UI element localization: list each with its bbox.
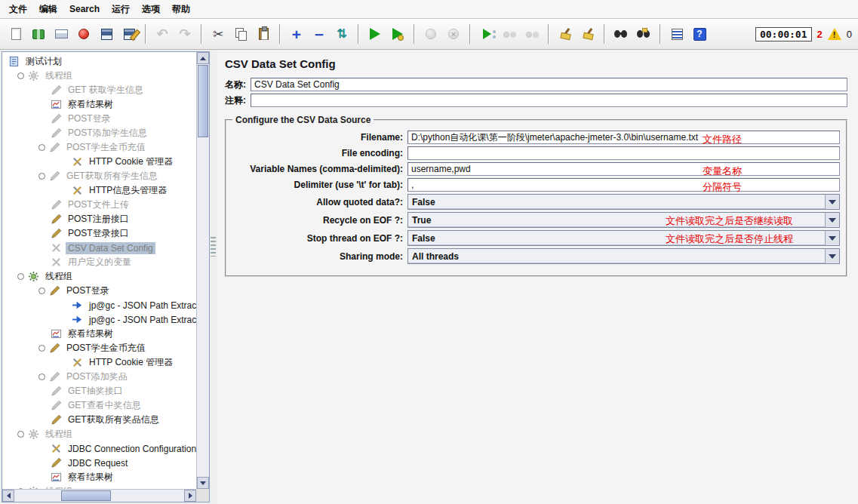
recycle-on-eof-select[interactable]: True (407, 212, 840, 228)
tree-toggle-icon[interactable] (38, 345, 45, 352)
variable-names-input[interactable] (407, 162, 840, 176)
log-warning-count[interactable]: 2 (817, 29, 823, 40)
tree-toggle-icon[interactable] (17, 72, 24, 79)
tree-node[interactable]: CSV Data Set Config (2, 241, 196, 255)
tree-node[interactable]: HTTP Cookie 管理器 (2, 355, 196, 370)
undo-button[interactable]: ↶ (152, 23, 173, 45)
shutdown-button[interactable]: × (443, 23, 464, 45)
comment-input[interactable] (251, 94, 847, 107)
tree-node[interactable]: 察看结果树 (2, 470, 196, 484)
tree-node[interactable]: 察看结果树 (2, 327, 196, 341)
horizontal-scroll-thumb[interactable] (61, 490, 111, 501)
tree-node[interactable]: 线程组 (2, 69, 196, 83)
tree-toggle-icon[interactable] (17, 273, 24, 280)
expand-all-button[interactable]: + (286, 23, 307, 45)
tree-node[interactable]: jp@gc - JSON Path Extracto (2, 312, 196, 327)
toggle-button[interactable]: ⇅ (331, 23, 352, 45)
tree-node[interactable]: POST添加学生信息 (2, 126, 196, 140)
tree-node[interactable]: POST登录 (2, 112, 196, 126)
chevron-down-icon[interactable] (825, 231, 839, 245)
tree-node[interactable]: jp@gc - JSON Path Extracto (2, 298, 196, 312)
file-encoding-label: File encoding: (232, 148, 407, 158)
split-divider[interactable] (210, 50, 217, 504)
name-input[interactable] (251, 78, 847, 91)
menu-run[interactable]: 运行 (106, 1, 136, 18)
redo-button[interactable]: ↷ (174, 23, 195, 45)
start-no-pauses-button[interactable] (387, 23, 408, 45)
tree-node[interactable]: POST学生金币充值 (2, 140, 196, 155)
tree-toggle-icon[interactable] (38, 173, 45, 180)
scroll-right-button[interactable] (184, 490, 196, 502)
stop-button[interactable] (420, 23, 441, 45)
chevron-down-icon[interactable] (825, 213, 839, 227)
menu-options[interactable]: 选项 (136, 1, 166, 18)
menu-search[interactable]: Search (63, 2, 106, 17)
new-button[interactable] (5, 23, 26, 45)
paste-button[interactable] (253, 23, 274, 45)
tree-node[interactable]: GET获取所有学生信息 (2, 169, 196, 183)
allow-quoted-data-select[interactable]: False (407, 194, 840, 210)
sharing-mode-select[interactable]: All threads (407, 248, 840, 264)
tree-toggle-icon[interactable] (38, 373, 45, 380)
file-encoding-input[interactable] (407, 146, 840, 160)
tree-node[interactable]: HTTP Cookie 管理器 (2, 155, 196, 169)
tree-vertical-scrollbar[interactable] (196, 52, 209, 489)
split-grip[interactable] (211, 237, 216, 257)
stop-thread-on-eof-select[interactable]: False (407, 230, 840, 246)
scroll-down-button[interactable] (197, 477, 209, 489)
tree-node[interactable]: 用户定义的变量 (2, 255, 196, 269)
tree-node[interactable]: GET抽奖接口 (2, 384, 196, 398)
collapse-all-button[interactable]: − (309, 23, 330, 45)
save-button[interactable] (96, 23, 117, 45)
tree-node[interactable]: 察看结果树 (2, 97, 196, 112)
delimiter-input[interactable] (407, 178, 840, 192)
filename-input[interactable] (407, 131, 840, 144)
remote-stop-all-button[interactable] (499, 23, 520, 45)
tree-node[interactable]: JDBC Connection Configuration (2, 441, 196, 456)
tree-node[interactable]: GET 获取学生信息 (2, 83, 196, 97)
scroll-left-button[interactable] (2, 490, 14, 502)
tree-node[interactable]: 线程组 (2, 427, 196, 441)
tree-node[interactable]: POST添加奖品 (2, 370, 196, 384)
function-helper-button[interactable] (666, 23, 687, 45)
tree-node[interactable]: POST注册接口 (2, 212, 196, 226)
tree-node[interactable]: 测试计划 (2, 54, 196, 69)
remote-start-all-button[interactable] (476, 23, 497, 45)
tree-toggle-icon[interactable] (38, 144, 45, 151)
tree-node[interactable]: POST登录接口 (2, 226, 196, 241)
tree-node[interactable]: GET查看中奖信息 (2, 398, 196, 413)
help-button[interactable]: ? (689, 23, 710, 45)
close-button[interactable] (73, 23, 94, 45)
tree-node[interactable]: HTTP信息头管理器 (2, 183, 196, 198)
clear-all-button[interactable] (577, 23, 598, 45)
chevron-down-icon[interactable] (825, 195, 839, 209)
tree-node[interactable]: JDBC Request (2, 456, 196, 470)
tree-node[interactable]: 线程组 (2, 269, 196, 284)
csv-data-source-group: Configure the CSV Data Source Filename:文… (225, 115, 847, 277)
warning-icon[interactable] (828, 28, 841, 40)
save-as-button[interactable] (118, 23, 140, 45)
tree-toggle-icon[interactable] (38, 287, 45, 294)
chevron-down-icon[interactable] (825, 249, 839, 263)
cut-button[interactable]: ✂ (208, 23, 229, 45)
start-button[interactable] (364, 23, 386, 45)
tree-horizontal-scrollbar[interactable] (2, 489, 196, 502)
remote-shutdown-all-button[interactable] (521, 23, 543, 45)
copy-button[interactable] (230, 23, 251, 45)
tree-node[interactable]: POST文件上传 (2, 198, 196, 212)
templates-button[interactable] (28, 23, 49, 45)
menu-help[interactable]: 帮助 (166, 1, 196, 18)
clear-button[interactable] (555, 23, 576, 45)
tree-toggle-icon[interactable] (17, 431, 24, 438)
comment-row: 注释: (225, 94, 847, 107)
vertical-scroll-thumb[interactable] (198, 65, 208, 137)
tree-node[interactable]: GET获取所有奖品信息 (2, 413, 196, 427)
menu-file[interactable]: 文件 (3, 1, 33, 18)
search-reset-button[interactable] (633, 23, 654, 45)
menu-edit[interactable]: 编辑 (33, 1, 63, 18)
open-button[interactable] (51, 23, 72, 45)
tree-node[interactable]: POST登录 (2, 284, 196, 298)
scroll-up-button[interactable] (197, 52, 209, 64)
search-button[interactable] (610, 23, 632, 45)
tree-node[interactable]: POST学生金币充值 (2, 341, 196, 355)
